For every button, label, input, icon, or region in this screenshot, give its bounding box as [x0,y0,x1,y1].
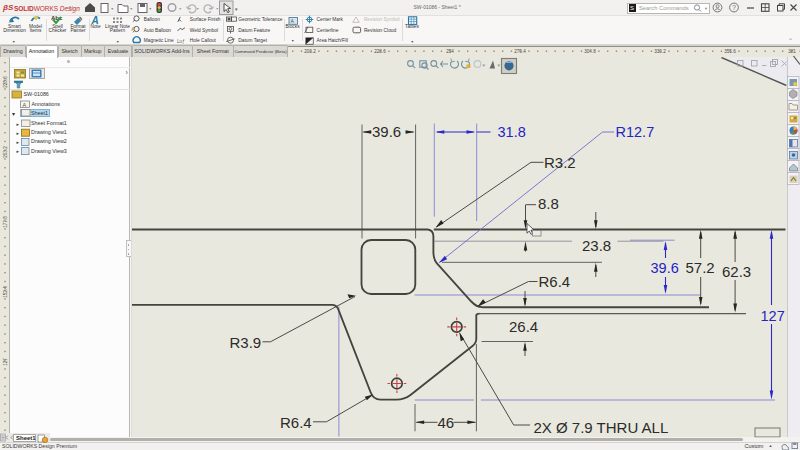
svg-text:203.2: 203.2 [3,146,8,158]
svg-text:177.8: 177.8 [3,216,8,228]
svg-text:228.6: 228.6 [3,76,8,88]
svg-text:152.4: 152.4 [3,286,8,298]
svg-text:127: 127 [3,358,8,366]
